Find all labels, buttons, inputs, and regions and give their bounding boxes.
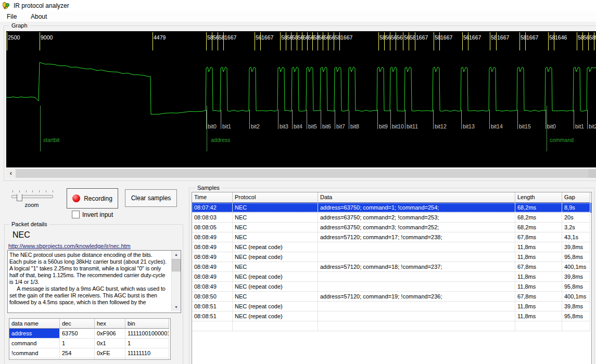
table-row[interactable]: address637500xF9061111100100000110 [9,329,170,339]
table-cell[interactable] [318,252,515,262]
table-row[interactable]: 08:08:49NEC (repeat code)11,8ms39,8ms [192,272,591,282]
table-cell[interactable]: 95,8ms [562,282,590,292]
table-cell[interactable]: 63750 [60,329,95,339]
column-header-hex[interactable]: hex [95,319,125,329]
table-row[interactable]: 08:08:51NEC (repeat code)11,8ms95,8ms [192,311,591,321]
table-cell[interactable]: 43,1s [562,232,590,242]
table-cell[interactable]: 08:08:51 [192,311,233,321]
table-cell[interactable]: 11,8ms [515,311,562,321]
column-header-time[interactable]: Time [192,192,233,203]
table-cell[interactable]: 11,8ms [515,252,562,262]
table-row[interactable]: 08:08:03NECaddress=63750; command=2; !co… [192,213,591,223]
table-row[interactable]: 08:07:42NECaddress=63750; command=1; !co… [192,203,591,213]
table-cell[interactable]: 08:08:03 [192,213,233,223]
table-cell[interactable] [318,311,515,321]
description-scrollbar[interactable]: ▲ ▼ [171,251,181,311]
table-cell[interactable]: 11,8ms [515,272,562,282]
table-cell[interactable]: 08:08:49 [192,242,233,252]
table-cell[interactable]: 68,2ms [515,203,562,213]
table-row[interactable]: 08:08:49NEC (repeat code)11,8ms95,8ms [192,252,591,262]
table-cell[interactable]: 08:08:51 [192,302,233,311]
table-cell[interactable]: NEC [233,223,318,232]
table-cell[interactable]: 08:08:49 [192,262,233,272]
table-cell[interactable]: address=57120; command=18; !command=237; [318,262,515,272]
table-cell[interactable]: NEC (repeat code) [233,252,318,262]
table-cell[interactable]: NEC [233,213,318,223]
scrollbar-thumb[interactable] [172,259,181,271]
table-cell[interactable] [318,282,515,292]
table-cell[interactable]: 08:08:50 [192,292,233,302]
table-cell[interactable]: 11111110 [125,348,169,358]
table-cell[interactable]: 1 [60,339,95,348]
table-cell[interactable]: 8,9s [562,203,590,213]
column-header-gap[interactable]: Gap [562,192,590,203]
table-cell[interactable]: 08:08:49 [192,232,233,242]
table-cell[interactable]: 1 [125,339,169,348]
table-cell[interactable]: 400,1ms [562,262,590,272]
table-cell[interactable]: NEC [233,262,318,272]
table-row[interactable]: 08:08:50NECaddress=57120; command=19; !c… [192,292,591,302]
table-row[interactable]: 08:08:49NECaddress=57120; command=18; !c… [192,262,591,272]
menu-file[interactable]: File [4,12,19,21]
table-cell[interactable]: 0x1 [95,339,125,348]
table-cell[interactable]: address [9,329,60,339]
column-header-data[interactable]: Data [318,192,515,203]
table-cell[interactable]: 08:08:49 [192,272,233,282]
table-cell[interactable]: 67,8ms [515,262,562,272]
scrollbar-thumb[interactable] [16,169,588,178]
protocol-link[interactable]: http://www.sbprojects.com/knowledge/ir/n… [8,243,131,249]
zoom-slider-thumb[interactable] [17,192,22,201]
table-cell[interactable]: address=63750; command=3; !command=252; [318,223,515,232]
scroll-up-arrow-icon[interactable]: ▲ [172,251,181,259]
table-cell[interactable]: 95,8ms [562,252,590,262]
table-cell[interactable]: 11,8ms [515,282,562,292]
column-header-data-name[interactable]: data name [9,319,60,329]
table-row[interactable]: !command2540xFE11111110 [9,348,170,358]
table-row[interactable]: 08:08:49NEC (repeat code)11,8ms95,8ms [192,282,591,292]
table-row[interactable]: 08:08:51NEC (repeat code)11,8ms39,8ms [192,302,591,311]
table-cell[interactable]: 400,1ms [562,292,590,302]
table-row[interactable]: command10x11 [9,339,170,348]
table-cell[interactable]: address=57120; command=19; !command=236; [318,292,515,302]
table-cell[interactable]: NEC [233,232,318,242]
table-cell[interactable]: NEC [233,292,318,302]
table-cell[interactable]: !command [9,348,60,358]
table-cell[interactable]: NEC (repeat code) [233,272,318,282]
table-row[interactable]: 08:08:49NECaddress=57120; command=17; !c… [192,232,591,242]
table-cell[interactable]: 254 [60,348,95,358]
table-cell[interactable]: 0xF906 [95,329,125,339]
table-cell[interactable]: 08:07:42 [192,203,233,213]
clear-samples-button[interactable]: Clear samples [125,189,177,207]
table-cell[interactable]: 08:08:49 [192,252,233,262]
column-header-length[interactable]: Length [515,192,562,203]
table-cell[interactable]: address=63750; command=2; !command=253; [318,213,515,223]
scroll-left-arrow-icon[interactable]: ‹ [6,169,16,178]
column-header-bin[interactable]: bin [125,319,169,329]
table-row[interactable]: 08:08:05NECaddress=63750; command=3; !co… [192,223,591,232]
invert-input-checkbox[interactable] [72,211,80,218]
table-cell[interactable] [318,302,515,311]
table-cell[interactable]: NEC (repeat code) [233,282,318,292]
table-cell[interactable]: 20s [562,213,590,223]
recording-button[interactable]: Recording [67,188,118,209]
table-cell[interactable]: NEC (repeat code) [233,242,318,252]
table-cell[interactable]: 08:08:49 [192,282,233,292]
table-cell[interactable]: 67,8ms [515,232,562,242]
table-cell[interactable]: address=57120; command=17; !command=238; [318,232,515,242]
column-header-protocol[interactable]: Protocol [233,192,318,203]
table-cell[interactable]: NEC (repeat code) [233,311,318,321]
table-cell[interactable]: 11,8ms [515,242,562,252]
table-cell[interactable]: 11,8ms [515,302,562,311]
table-cell[interactable]: command [9,339,60,348]
table-cell[interactable]: 95,8ms [562,311,590,321]
table-cell[interactable]: 08:08:05 [192,223,233,232]
table-cell[interactable]: 1111100100000110 [125,329,169,339]
table-cell[interactable]: 68,2ms [515,223,562,232]
table-cell[interactable]: 39,8ms [562,242,590,252]
table-cell[interactable]: 39,8ms [562,272,590,282]
table-cell[interactable]: 3,2s [562,223,590,232]
table-cell[interactable]: NEC (repeat code) [233,302,318,311]
table-cell[interactable]: address=63750; command=1; !command=254; [318,203,515,213]
table-cell[interactable] [318,272,515,282]
table-cell[interactable]: NEC [233,203,318,213]
